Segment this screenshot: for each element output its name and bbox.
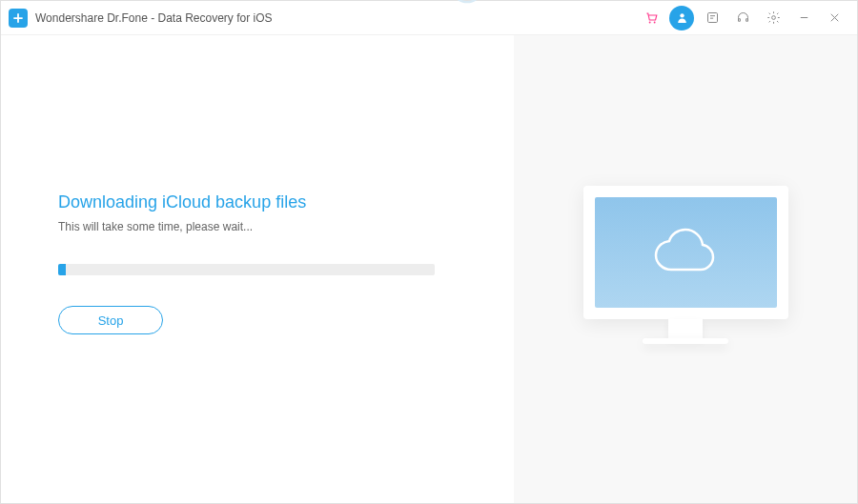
status-heading: Downloading iCloud backup files [58, 192, 457, 212]
svg-rect-3 [707, 13, 717, 23]
cart-icon[interactable] [639, 6, 664, 30]
close-button[interactable] [822, 6, 847, 30]
monitor-illustration [583, 186, 788, 353]
titlebar: Wondershare Dr.Fone - Data Recovery for … [1, 1, 857, 35]
left-panel: 2% Downloading iCloud backup files This … [1, 35, 514, 503]
progress-bar [58, 264, 435, 275]
cloud-icon [647, 227, 724, 279]
minimize-button[interactable] [791, 6, 816, 30]
svg-point-5 [452, 0, 482, 2]
stop-button-label: Stop [98, 313, 124, 328]
user-icon[interactable] [669, 6, 694, 30]
svg-point-4 [771, 16, 775, 20]
status-subtext: This will take some time, please wait... [58, 220, 457, 233]
settings-icon[interactable] [761, 6, 786, 30]
svg-point-0 [648, 22, 650, 24]
feedback-icon[interactable] [700, 6, 725, 30]
stop-button[interactable]: Stop [58, 306, 163, 334]
headset-icon[interactable] [730, 6, 755, 30]
app-window: Wondershare Dr.Fone - Data Recovery for … [0, 0, 858, 504]
app-logo-icon [9, 9, 28, 28]
window-title: Wondershare Dr.Fone - Data Recovery for … [35, 11, 273, 25]
right-panel [514, 35, 857, 503]
svg-point-2 [680, 13, 684, 17]
content-area: 2% Downloading iCloud backup files This … [1, 35, 857, 503]
svg-point-1 [653, 22, 655, 24]
progress-fill [58, 264, 66, 275]
progress-ring: 2% [449, 0, 485, 5]
